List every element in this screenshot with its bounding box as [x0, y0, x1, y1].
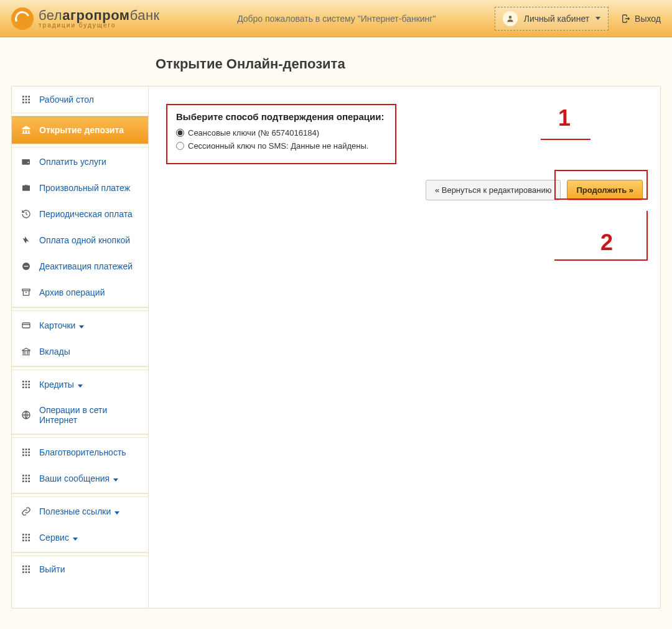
card-icon — [21, 320, 32, 331]
cabinet-label: Личный кабинет — [524, 14, 589, 24]
chevron-down-icon — [113, 478, 118, 482]
svg-rect-42 — [22, 534, 24, 536]
confirmation-title: Выберите способ подтверждения операции: — [176, 111, 386, 122]
cabinet-dropdown[interactable]: Личный кабинет — [495, 7, 609, 30]
radio-input-session-keys[interactable] — [176, 129, 184, 137]
svg-rect-55 — [26, 569, 27, 571]
svg-rect-33 — [22, 475, 24, 477]
svg-rect-13 — [22, 323, 30, 328]
sidebar-item-label: Выйти — [39, 564, 139, 574]
link-icon — [21, 506, 32, 517]
sidebar-item-label: Оплатить услуги — [39, 157, 139, 167]
svg-rect-16 — [28, 381, 30, 383]
svg-rect-27 — [22, 452, 24, 454]
svg-rect-58 — [26, 571, 27, 573]
logout-icon — [621, 14, 631, 24]
svg-rect-15 — [26, 381, 27, 383]
logout-link[interactable]: Выход — [621, 14, 661, 24]
sidebar-item-messages[interactable]: Ваши сообщения — [12, 465, 148, 492]
sidebar-item-label: Рабочий стол — [39, 95, 139, 105]
sidebar-item-pay-services[interactable]: Оплатить услуги — [12, 149, 148, 175]
cancel-icon — [21, 261, 32, 272]
sidebar-item-arbitrary-payment[interactable]: Произвольный платеж — [12, 175, 148, 201]
radio-sms-key[interactable]: Сессионный ключ по SMS: Данные не найден… — [176, 141, 386, 151]
grid-icon — [21, 532, 32, 543]
sidebar-item-deposits[interactable]: Вклады — [12, 338, 148, 365]
page-title: Открытие Онлайн-депозита — [0, 37, 672, 86]
svg-rect-45 — [22, 537, 24, 539]
back-button[interactable]: « Вернуться к редактированию — [426, 180, 561, 200]
brand-tagline: традиции будущего — [39, 22, 160, 29]
sidebar-item-charity[interactable]: Благотворительность — [12, 439, 148, 465]
svg-rect-48 — [22, 539, 24, 541]
svg-rect-20 — [22, 386, 24, 388]
sidebar-item-label: Произвольный платеж — [39, 183, 139, 193]
logo-icon — [11, 7, 34, 30]
archive-icon — [21, 287, 32, 298]
radio-session-keys[interactable]: Сеансовые ключи (№ 6574016184) — [176, 128, 386, 137]
svg-rect-32 — [28, 454, 30, 456]
logout-label: Выход — [635, 14, 661, 24]
svg-rect-43 — [26, 534, 27, 536]
svg-rect-54 — [22, 569, 24, 571]
svg-rect-52 — [26, 566, 27, 567]
annotation-line-1 — [541, 139, 590, 140]
svg-rect-41 — [28, 480, 30, 482]
svg-rect-53 — [28, 566, 30, 567]
svg-rect-29 — [28, 452, 30, 454]
svg-rect-17 — [22, 384, 24, 386]
svg-rect-34 — [26, 475, 27, 477]
radio-label: Сессионный ключ по SMS: Данные не найден… — [188, 141, 368, 151]
sidebar-item-label: Архив операций — [39, 287, 139, 297]
sidebar-item-label: Полезные ссылки — [39, 506, 139, 516]
globe-icon — [21, 409, 32, 421]
svg-rect-26 — [28, 449, 30, 450]
header-bar: белагропромбанк традиции будущего Добро … — [0, 0, 672, 37]
sidebar-item-label: Периодическая оплата — [39, 209, 139, 219]
main-content: Выберите способ подтверждения операции: … — [149, 86, 660, 608]
sidebar-item-credits[interactable]: Кредиты — [12, 371, 148, 398]
svg-rect-30 — [22, 454, 24, 456]
sidebar-item-cards[interactable]: Карточки — [12, 312, 148, 338]
grid-icon — [21, 379, 32, 390]
svg-rect-28 — [26, 452, 27, 454]
grid-icon — [21, 564, 32, 575]
grid-icon — [21, 473, 32, 484]
svg-rect-7 — [22, 101, 24, 103]
svg-rect-59 — [28, 571, 30, 573]
svg-rect-31 — [26, 454, 27, 456]
svg-rect-9 — [28, 101, 30, 103]
svg-rect-50 — [28, 539, 30, 541]
sidebar-item-exit[interactable]: Выйти — [12, 556, 148, 582]
sidebar-item-dashboard[interactable]: Рабочий стол — [12, 86, 148, 113]
svg-rect-47 — [28, 537, 30, 539]
sidebar-item-label: Ваши сообщения — [39, 473, 139, 483]
svg-rect-24 — [22, 449, 24, 450]
sidebar-item-open-deposit[interactable]: Открытие депозита — [12, 116, 148, 144]
wallet-icon — [21, 156, 32, 167]
welcome-text: Добро пожаловать в систему "Интернет-бан… — [179, 14, 495, 24]
svg-rect-18 — [26, 384, 27, 386]
sidebar-item-deactivate-payments[interactable]: Деактивация платежей — [12, 253, 148, 279]
svg-rect-46 — [26, 537, 27, 539]
annotation-number-2: 2 — [600, 230, 613, 256]
chevron-down-icon — [114, 511, 119, 515]
history-icon — [21, 208, 32, 220]
sidebar-item-label: Карточки — [39, 320, 139, 330]
svg-rect-6 — [28, 99, 30, 101]
svg-rect-51 — [22, 566, 24, 567]
briefcase-icon — [21, 182, 32, 193]
logo[interactable]: белагропромбанк традиции будущего — [11, 7, 160, 30]
sidebar-item-service[interactable]: Сервис — [12, 524, 148, 551]
sidebar-item-internet-ops[interactable]: Операции в сети Интернет — [12, 398, 148, 432]
sidebar-item-useful-links[interactable]: Полезные ссылки — [12, 498, 148, 524]
svg-rect-44 — [28, 534, 30, 536]
annotation-highlight-2 — [554, 170, 648, 200]
sidebar-item-periodic-payment[interactable]: Периодическая оплата — [12, 201, 148, 227]
sidebar-item-one-button-pay[interactable]: Оплата одной кнопкой — [12, 227, 148, 253]
svg-rect-57 — [22, 571, 24, 573]
chevron-down-icon — [78, 384, 83, 388]
radio-input-sms-key[interactable] — [176, 142, 184, 150]
sidebar-item-operations-archive[interactable]: Архив операций — [12, 279, 148, 305]
chevron-down-icon — [79, 325, 84, 328]
